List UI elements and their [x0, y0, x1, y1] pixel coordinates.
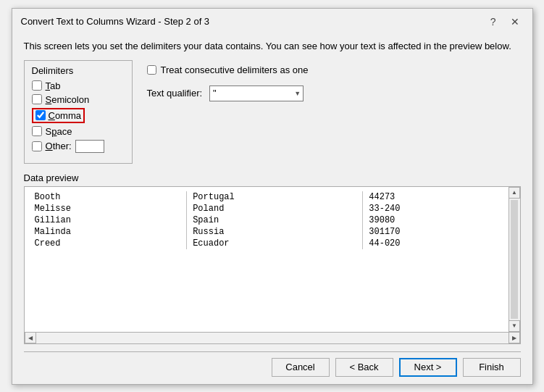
checkbox-space-label: Space [46, 126, 72, 137]
vertical-scrollbar[interactable]: ▲ ▼ [509, 187, 520, 332]
table-cell: 44-020 [363, 238, 504, 249]
table-cell: Spain [187, 214, 363, 226]
checkbox-semicolon-label: Semicolon [46, 94, 90, 105]
checkbox-space-input[interactable] [32, 126, 42, 136]
table-row: CreedEcuador44-020 [29, 238, 504, 249]
finish-button[interactable]: Finish [463, 358, 521, 377]
button-row: Cancel < Back Next > Finish [12, 352, 532, 384]
table-cell: 39080 [363, 214, 504, 226]
preview-table: BoothPortugal44273MelissePoland33-240Gil… [29, 191, 504, 249]
dialog-container: Convert Text to Columns Wizard - Step 2 … [12, 8, 533, 385]
table-cell: 33-240 [363, 203, 504, 214]
table-row: MelissePoland33-240 [29, 203, 504, 214]
dialog-title: Convert Text to Columns Wizard - Step 2 … [21, 16, 210, 27]
checkbox-comma-input[interactable] [35, 110, 46, 120]
table-cell: Booth [29, 191, 187, 203]
delimiters-group: Delimiters Tab Semicolon Comma [24, 60, 133, 164]
delimiters-label: Delimiters [32, 65, 125, 76]
table-cell: Russia [187, 226, 363, 238]
close-button[interactable]: ✕ [506, 14, 524, 29]
preview-box: BoothPortugal44273MelissePoland33-240Gil… [24, 186, 521, 333]
preview-label: Data preview [24, 172, 521, 183]
table-cell: Ecuador [187, 238, 363, 249]
dialog-body: This screen lets you set the delimiters … [12, 33, 532, 351]
description-text: This screen lets you set the delimiters … [24, 41, 521, 51]
back-button[interactable]: < Back [335, 358, 393, 377]
checkbox-comma[interactable]: Comma [32, 108, 125, 123]
consecutive-label: Treat consecutive delimiters as one [161, 64, 309, 75]
checkbox-semicolon-input[interactable] [32, 94, 42, 104]
main-content: Delimiters Tab Semicolon Comma [24, 60, 521, 164]
help-button[interactable]: ? [486, 14, 501, 29]
consecutive-row: Treat consecutive delimiters as one [147, 64, 521, 75]
table-cell: 44273 [363, 191, 504, 203]
table-cell: 301170 [363, 226, 504, 238]
checkbox-semicolon[interactable]: Semicolon [32, 94, 125, 105]
checkbox-comma-label: Comma [49, 110, 82, 121]
table-row: MalindaRussia301170 [29, 226, 504, 238]
horizontal-scrollbar[interactable]: ◀ ▶ [24, 333, 521, 344]
scroll-down-arrow[interactable]: ▼ [509, 320, 520, 332]
table-cell: Melisse [29, 203, 187, 214]
table-cell: Gillian [29, 214, 187, 226]
qualifier-label: Text qualifier: [147, 88, 203, 99]
scroll-right-arrow[interactable]: ▶ [509, 332, 520, 343]
other-delimiter-input[interactable] [75, 140, 104, 153]
qualifier-select[interactable]: " ' {none} [209, 86, 304, 101]
qualifier-row: Text qualifier: " ' {none} [147, 86, 521, 101]
consecutive-checkbox[interactable] [147, 65, 156, 75]
table-cell: Poland [187, 203, 363, 214]
checkbox-tab-label: Tab [46, 80, 61, 91]
comma-highlight-box: Comma [32, 108, 85, 123]
table-cell: Malinda [29, 226, 187, 238]
right-options: Treat consecutive delimiters as one Text… [147, 60, 521, 164]
checkbox-tab[interactable]: Tab [32, 80, 125, 91]
title-bar: Convert Text to Columns Wizard - Step 2 … [12, 9, 532, 33]
checkbox-space[interactable]: Space [32, 126, 125, 137]
data-preview-section: Data preview BoothPortugal44273MelissePo… [24, 172, 521, 344]
preview-content[interactable]: BoothPortugal44273MelissePoland33-240Gil… [25, 187, 509, 332]
table-row: GillianSpain39080 [29, 214, 504, 226]
checkbox-other-input[interactable] [32, 141, 42, 151]
checkbox-other[interactable]: Other: [32, 140, 125, 153]
table-row: BoothPortugal44273 [29, 191, 504, 203]
checkbox-other-label: Other: [46, 141, 72, 151]
scroll-up-arrow[interactable]: ▲ [509, 187, 520, 199]
qualifier-select-wrapper: " ' {none} [209, 86, 304, 101]
checkbox-tab-input[interactable] [32, 80, 42, 91]
scroll-left-arrow[interactable]: ◀ [25, 332, 36, 343]
title-bar-buttons: ? ✕ [486, 14, 524, 29]
table-cell: Portugal [187, 191, 363, 203]
next-button[interactable]: Next > [399, 358, 457, 377]
scroll-thumb[interactable] [511, 200, 518, 319]
cancel-button[interactable]: Cancel [272, 358, 330, 377]
table-cell: Creed [29, 238, 187, 249]
